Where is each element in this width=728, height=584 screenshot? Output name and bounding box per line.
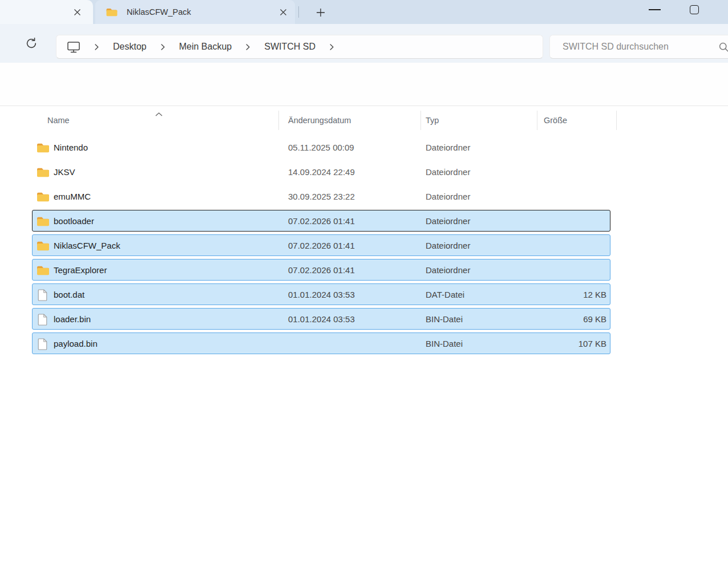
address-bar[interactable]: DesktopMein BackupSWITCH SD [56,35,543,59]
file-row[interactable]: NiklasCFW_Pack07.02.2026 01:41Dateiordne… [0,233,728,258]
search-placeholder: SWITCH SD durchsuchen [563,42,669,52]
breadcrumb-item[interactable]: Mein Backup [179,42,232,52]
file-explorer-window: NiklasCFW_Pack DesktopM [0,0,728,584]
file-icon [38,338,48,350]
selection-highlight [32,332,610,354]
sort-ascending-icon [155,108,163,119]
maximize-icon [690,5,699,14]
command-toolbar: A Sortieren [0,63,728,106]
breadcrumb-chevron-icon[interactable] [330,44,334,50]
search-icon [719,42,728,55]
column-header-2[interactable]: Typ [426,108,439,132]
folder-icon [36,216,50,227]
file-row[interactable]: bootloader07.02.2026 01:41Dateiordner [0,209,728,233]
file-size: 12 KB [544,282,606,307]
minimize-button[interactable] [645,0,664,19]
file-row[interactable]: boot.dat01.01.2024 03:53DAT-Datei12 KB [0,282,728,307]
file-type: Dateiordner [426,135,470,160]
file-row[interactable]: emuMMC30.09.2025 23:22Dateiordner [0,184,728,209]
file-name: payload.bin [54,331,98,356]
file-row[interactable]: payload.binBIN-Datei107 KB [0,331,728,356]
tab-niklascfw-pack[interactable]: NiklasCFW_Pack [95,0,295,24]
column-header-0[interactable]: Name [47,108,70,132]
folder-icon [36,142,50,153]
active-tab-partial[interactable] [0,0,93,24]
file-name: TegraExplorer [54,258,107,282]
file-date: 07.02.2026 01:41 [288,258,355,282]
file-type: Dateiordner [426,184,470,209]
minimize-icon [649,9,661,10]
folder-icon [36,265,50,276]
file-type: BIN-Datei [426,331,463,356]
file-date: 05.11.2025 00:09 [288,135,354,160]
tab-bar: NiklasCFW_Pack [0,0,728,24]
column-header-3[interactable]: Größe [544,108,567,132]
folder-icon [106,7,118,19]
file-name: bootloader [54,209,94,233]
breadcrumb-item[interactable]: Desktop [113,42,147,52]
file-date: 01.01.2024 03:53 [288,282,355,307]
this-pc-icon[interactable] [67,40,80,54]
breadcrumb-item[interactable]: SWITCH SD [264,42,316,52]
refresh-button[interactable] [23,35,40,51]
tab-title: NiklasCFW_Pack [127,0,191,24]
plus-icon [316,8,325,17]
navigation-bar: DesktopMein BackupSWITCH SD SWITCH SD du… [0,24,728,63]
file-type: Dateiordner [426,160,470,184]
folder-icon [36,167,50,178]
breadcrumb-chevron-icon[interactable] [246,44,250,50]
search-input[interactable]: SWITCH SD durchsuchen [549,35,728,59]
file-row[interactable]: JKSV14.09.2024 22:49Dateiordner [0,160,728,184]
file-date: 30.09.2025 23:22 [288,184,355,209]
file-date: 07.02.2026 01:41 [288,233,355,258]
file-size: 107 KB [544,331,606,356]
breadcrumb-chevron-icon[interactable] [161,44,165,50]
file-type: Dateiordner [426,233,470,258]
file-name: emuMMC [54,184,91,209]
file-type: Dateiordner [426,209,470,233]
column-resize-handle[interactable] [616,111,617,130]
close-tab-icon[interactable] [70,5,84,19]
file-size: 69 KB [544,307,606,331]
file-name: boot.dat [54,282,84,307]
column-resize-handle[interactable] [420,111,421,130]
close-tab-icon[interactable] [276,5,290,19]
breadcrumb: DesktopMein BackupSWITCH SD [95,42,334,52]
file-name: Nintendo [54,135,88,160]
column-resize-handle[interactable] [537,111,537,130]
column-header-1[interactable]: Änderungsdatum [288,108,351,132]
file-date: 01.01.2024 03:53 [288,307,355,331]
maximize-button[interactable] [685,0,704,19]
refresh-icon [25,37,38,50]
tab-divider [298,6,299,18]
file-row[interactable]: TegraExplorer07.02.2026 01:41Dateiordner [0,258,728,282]
file-name: JKSV [54,160,75,184]
file-icon [38,313,48,326]
folder-icon [36,240,50,252]
file-type: BIN-Datei [426,307,463,331]
file-row[interactable]: Nintendo05.11.2025 00:09Dateiordner [0,135,728,160]
column-resize-handle[interactable] [278,111,279,130]
file-name: loader.bin [54,307,91,331]
file-date: 14.09.2024 22:49 [288,160,355,184]
file-icon [38,289,48,301]
folder-icon [36,191,50,202]
file-type: DAT-Datei [426,282,464,307]
column-headers: NameÄnderungsdatumTypGröße [0,108,728,132]
file-list: NameÄnderungsdatumTypGröße Nintendo05.11… [0,106,728,584]
new-tab-button[interactable] [313,5,328,20]
file-date: 07.02.2026 01:41 [288,209,355,233]
file-type: Dateiordner [426,258,470,282]
file-row[interactable]: loader.bin01.01.2024 03:53BIN-Datei69 KB [0,307,728,331]
breadcrumb-chevron-icon[interactable] [95,44,99,50]
file-name: NiklasCFW_Pack [54,233,120,258]
